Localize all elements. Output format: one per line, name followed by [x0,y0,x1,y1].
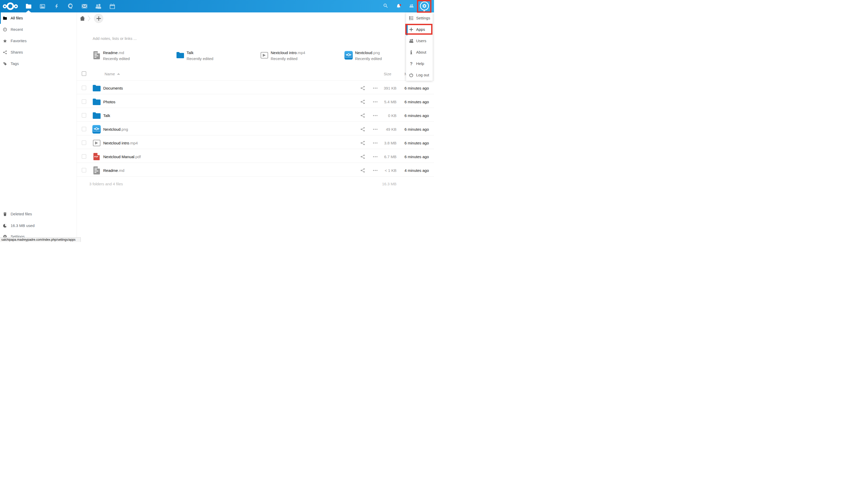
svg-text:PDF: PDF [94,156,98,158]
svg-text:Nextcloud Hub: Nextcloud Hub [93,130,100,131]
svg-text:Nextcloud Hub: Nextcloud Hub [345,56,352,57]
